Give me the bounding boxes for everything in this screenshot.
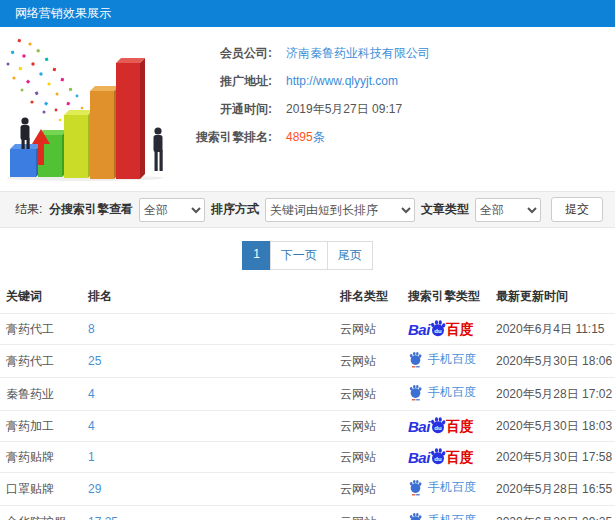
info-section: 会员公司: 济南秦鲁药业科技有限公司 推广地址: http://www.qlyy… [0,27,615,183]
rank-count-unit: 条 [313,130,325,144]
baidu-bai-text: Bai [408,322,430,337]
open-time-value: 2019年5月27日 09:17 [286,101,402,118]
open-time-label: 开通时间: [180,101,272,118]
promo-url-label: 推广地址: [180,73,272,90]
keyword-cell: 膏药加工 [0,411,82,442]
keyword-cell: 口罩贴牌 [0,473,82,506]
keyword-cell: 膏药代工 [0,345,82,378]
sort-filter-select[interactable]: 关键词由短到长排序 [265,198,415,222]
promo-url-link[interactable]: http://www.qlyyjt.com [286,74,398,88]
rank-type-cell: 云网站 [334,442,402,473]
info-row-rank-count: 搜索引擎排名: 4895条 [180,123,615,151]
keyword-table: 关键词 排名 排名类型 搜索引擎类型 最新更新时间 膏药代工 8 云网站 Bai… [0,280,615,520]
baidu-pc-logo[interactable]: Bai du 百度 [408,320,474,338]
baidu-mobile-label: 手机百度 [428,512,476,520]
col-header-engine-type: 搜索引擎类型 [402,280,490,314]
rank-link[interactable]: 25 [88,354,101,368]
rank-type-cell: 云网站 [334,506,402,520]
engine-cell: 手机百度 [402,345,490,378]
col-header-keyword: 关键词 [0,280,82,314]
updated-cell: 2020年5月28日 17:02 [490,378,615,411]
baidu-mobile-link[interactable]: 手机百度 [408,351,476,368]
engine-cell: Bai du 百度 [402,314,490,345]
engine-rank-value: 4895条 [286,129,325,146]
updated-cell: 2020年5月28日 16:55 [490,473,615,506]
baidu-mobile-label: 手机百度 [428,384,476,401]
bar-orange-icon [90,86,119,179]
rank-link[interactable]: 29 [88,482,101,496]
baidu-mobile-label: 手机百度 [428,351,476,368]
table-row: 膏药贴牌 1 云网站 Bai du 百度 2020年5月30日 17:58 [0,442,615,473]
engine-rank-label: 搜索引擎排名: [180,129,272,146]
baidu-paw-icon: du [429,447,447,465]
rank-link[interactable]: 4 [88,419,95,433]
result-label: 结果: [15,201,42,218]
baidu-cn-text: 百度 [446,322,474,336]
table-row: 膏药代工 8 云网站 Bai du 百度 2020年6月4日 11:15 [0,314,615,345]
baidu-cn-text: 百度 [446,419,474,433]
page-1-button[interactable]: 1 [242,241,271,270]
baidu-pc-logo[interactable]: Bai du 百度 [408,448,474,466]
baidu-paw-icon: du [429,319,447,337]
keyword-cell: 金华防护服 [0,506,82,520]
info-row-opened: 开通时间: 2019年5月27日 09:17 [180,95,615,123]
baidu-mobile-paw-icon [408,512,423,520]
bar-red-icon [116,58,145,179]
rank-type-cell: 云网站 [334,345,402,378]
info-fields: 会员公司: 济南秦鲁药业科技有限公司 推广地址: http://www.qlyy… [180,31,615,181]
table-row: 秦鲁药业 4 云网站 手机百度 2020年5月28日 17:02 [0,378,615,411]
svg-text:du: du [434,456,442,462]
updated-cell: 2020年5月30日 18:03 [490,411,615,442]
keyword-table-body: 膏药代工 8 云网站 Bai du 百度 2020年6月4日 11:15 膏药代… [0,314,615,520]
baidu-pc-logo[interactable]: Bai du 百度 [408,417,474,435]
rank-type-cell: 云网站 [334,314,402,345]
updated-cell: 2020年6月4日 11:15 [490,314,615,345]
rank-type-cell: 云网站 [334,411,402,442]
keyword-cell: 膏药贴牌 [0,442,82,473]
baidu-mobile-link[interactable]: 手机百度 [408,479,476,496]
table-row: 膏药代工 25 云网站 手机百度 2020年5月30日 18:06 [0,345,615,378]
table-row: 膏药加工 4 云网站 Bai du 百度 2020年5月30日 18:03 [0,411,615,442]
last-page-button[interactable]: 尾页 [327,241,373,270]
baidu-bai-text: Bai [408,450,430,465]
bar-chart-illustration-icon [0,31,180,181]
table-row: 金华防护服 17,25 云网站 手机百度 2020年6月20日 09:25 [0,506,615,520]
engine-cell: 手机百度 [402,506,490,520]
keyword-cell: 膏药代工 [0,314,82,345]
engine-filter-select[interactable]: 全部 [139,198,205,222]
engine-cell: 手机百度 [402,378,490,411]
rank-count-number: 4895 [286,130,313,144]
col-header-rank: 排名 [82,280,334,314]
table-row: 口罩贴牌 29 云网站 手机百度 2020年5月28日 16:55 [0,473,615,506]
baidu-paw-icon: du [429,416,447,434]
filter-bar: 结果: 分搜索引擎查看 全部 排序方式 关键词由短到长排序 文章类型 全部 提交 [0,191,615,228]
baidu-mobile-label: 手机百度 [428,479,476,496]
rank-link[interactable]: 17,25 [88,515,118,520]
next-page-button[interactable]: 下一页 [270,241,328,270]
rank-type-cell: 云网站 [334,473,402,506]
engine-cell: Bai du 百度 [402,411,490,442]
baidu-mobile-link[interactable]: 手机百度 [408,512,476,520]
company-link[interactable]: 济南秦鲁药业科技有限公司 [286,45,430,62]
bar-blue-icon [10,144,41,177]
submit-button[interactable]: 提交 [551,197,603,222]
rank-link[interactable]: 8 [88,322,95,336]
rank-link[interactable]: 4 [88,387,95,401]
bar-yellow-icon [64,110,93,178]
businessman-right-icon [154,127,163,171]
baidu-mobile-paw-icon [408,351,423,368]
engine-filter-label: 分搜索引擎查看 [49,201,133,218]
svg-text:du: du [434,425,442,431]
engine-cell: 手机百度 [402,473,490,506]
page-title: 网络营销效果展示 [0,0,615,27]
baidu-mobile-link[interactable]: 手机百度 [408,384,476,401]
info-row-url: 推广地址: http://www.qlyyjt.com [180,67,615,95]
article-type-select[interactable]: 全部 [475,198,541,222]
updated-cell: 2020年5月30日 17:58 [490,442,615,473]
rank-link[interactable]: 1 [88,450,95,464]
engine-cell: Bai du 百度 [402,442,490,473]
filter-controls: 分搜索引擎查看 全部 排序方式 关键词由短到长排序 文章类型 全部 提交 [49,197,603,222]
table-header-row: 关键词 排名 排名类型 搜索引擎类型 最新更新时间 [0,280,615,314]
baidu-cn-text: 百度 [446,450,474,464]
updated-cell: 2020年5月30日 18:06 [490,345,615,378]
